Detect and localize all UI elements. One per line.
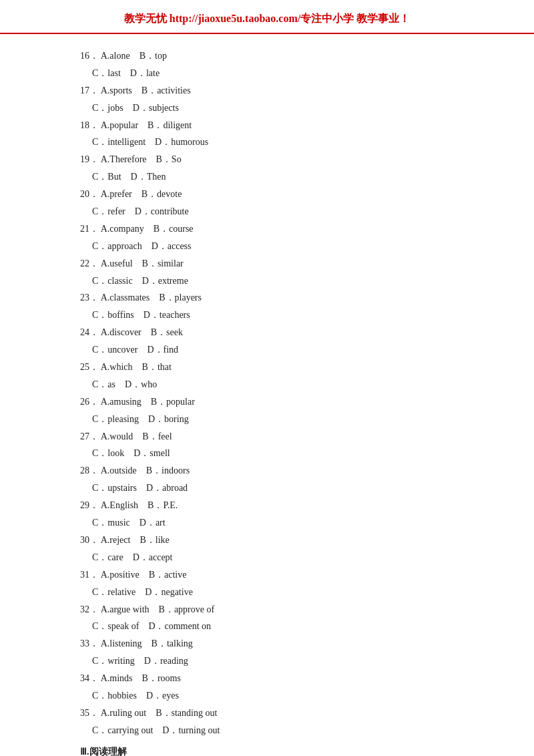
question-number: 26． xyxy=(80,397,101,407)
question-options: A.positive B．active xyxy=(101,570,187,580)
question-options: C．music D．art xyxy=(92,518,166,528)
question-options: A.useful B．similar xyxy=(101,258,184,268)
question-line: 32． A.argue with B．approve of xyxy=(80,601,454,618)
question-line: 23． A.classmates B．players xyxy=(80,289,454,307)
question-line: 31． A.positive B．active xyxy=(80,566,454,584)
question-number: 27． xyxy=(80,431,101,441)
question-line: 24． A.discover B．seek xyxy=(80,324,454,341)
question-options: A.ruling out B．standing out xyxy=(101,708,218,718)
question-line: C．care D．accept xyxy=(80,549,454,566)
question-line: 26． A.amusing B．popular xyxy=(80,393,454,411)
header: 教学无忧 http://jiaoxue5u.taobao.com/专注中小学 教… xyxy=(0,0,534,34)
question-options: C．approach D．access xyxy=(92,241,192,251)
question-options: C．classic D．extreme xyxy=(92,276,188,286)
question-line: C．as D．who xyxy=(80,376,454,393)
question-number: 17． xyxy=(80,85,101,96)
question-number: 22． xyxy=(80,258,101,268)
question-line: C．pleasing D．boring xyxy=(80,411,454,428)
question-options: A.which B．that xyxy=(101,362,172,372)
section-title: Ⅲ.阅读理解 xyxy=(80,743,454,756)
question-options: C．boffins D．teachers xyxy=(92,310,190,320)
question-line: C．refer D．contribute xyxy=(80,203,454,220)
question-line: C．last D．late xyxy=(80,65,454,82)
question-line: 20． A.prefer B．devote xyxy=(80,186,454,203)
question-line: C．intelligent D．humorous xyxy=(80,134,454,151)
question-options: A.classmates B．players xyxy=(101,293,202,303)
question-number: 19． xyxy=(80,154,101,164)
question-line: 34． A.minds B．rooms xyxy=(80,670,454,687)
question-options: C．carrying out D．turning out xyxy=(92,725,220,735)
question-line: 35． A.ruling out B．standing out xyxy=(80,705,454,722)
question-number: 24． xyxy=(80,327,101,337)
question-number: 33． xyxy=(80,638,101,648)
question-options: C．jobs D．subjects xyxy=(92,103,179,113)
question-number: 23． xyxy=(80,293,101,303)
question-line: 16． A.alone B．top xyxy=(80,47,454,65)
question-options: C．upstairs D．abroad xyxy=(92,483,188,493)
question-options: A.alone B．top xyxy=(101,51,167,61)
question-number: 30． xyxy=(80,535,101,545)
question-line: C．speak of D．comment on xyxy=(80,618,454,635)
question-line: 17． A.sports B．activities xyxy=(80,82,454,100)
question-line: C．music D．art xyxy=(80,514,454,532)
question-options: A.minds B．rooms xyxy=(101,673,181,683)
question-options: C．But D．Then xyxy=(92,172,166,182)
question-options: A.company B．course xyxy=(101,224,194,234)
question-options: C．hobbies D．eyes xyxy=(92,691,179,701)
question-line: C．hobbies D．eyes xyxy=(80,687,454,705)
question-options: C．refer D．contribute xyxy=(92,206,189,216)
question-number: 31． xyxy=(80,570,101,580)
question-line: 25． A.which B．that xyxy=(80,359,454,376)
question-number: 20． xyxy=(80,189,101,199)
question-options: A.sports B．activities xyxy=(101,85,191,96)
question-options: C．speak of D．comment on xyxy=(92,621,211,631)
content: 16． A.alone B．topC．last D．late17． A.spor… xyxy=(0,41,534,756)
question-line: 27． A.would B．feel xyxy=(80,428,454,445)
question-options: A.popular B．diligent xyxy=(101,120,192,130)
question-options: C．pleasing D．boring xyxy=(92,414,189,424)
question-options: C．relative D．negative xyxy=(92,587,193,597)
question-line: C．relative D．negative xyxy=(80,584,454,601)
question-line: 30． A.reject B．like xyxy=(80,532,454,549)
question-line: 29． A.English B．P.E. xyxy=(80,497,454,514)
question-options: A.outside B．indoors xyxy=(101,465,190,476)
question-options: A.argue with B．approve of xyxy=(101,604,214,614)
question-number: 21． xyxy=(80,224,101,234)
question-line: C．boffins D．teachers xyxy=(80,307,454,324)
question-number: 18． xyxy=(80,120,101,130)
question-line: 18． A.popular B．diligent xyxy=(80,117,454,134)
question-number: 28． xyxy=(80,465,101,476)
question-line: C．jobs D．subjects xyxy=(80,100,454,117)
question-line: C．upstairs D．abroad xyxy=(80,480,454,497)
question-line: C．But D．Then xyxy=(80,168,454,186)
question-number: 35． xyxy=(80,708,101,718)
question-line: C．look D．smell xyxy=(80,445,454,462)
question-options: A.listening B．talking xyxy=(101,638,193,648)
question-line: C．uncover D．find xyxy=(80,341,454,359)
question-options: C．look D．smell xyxy=(92,448,170,458)
question-options: A.Therefore B．So xyxy=(101,154,182,164)
question-number: 25． xyxy=(80,362,101,372)
question-line: 28． A.outside B．indoors xyxy=(80,462,454,480)
question-line: C．approach D．access xyxy=(80,238,454,255)
question-options: A.discover B．seek xyxy=(101,327,183,337)
question-options: C．intelligent D．humorous xyxy=(92,137,208,147)
question-number: 32． xyxy=(80,604,101,614)
question-options: C．uncover D．find xyxy=(92,345,178,355)
question-number: 29． xyxy=(80,500,101,510)
question-number: 16． xyxy=(80,51,101,61)
question-options: A.would B．feel xyxy=(101,431,172,441)
question-line: 21． A.company B．course xyxy=(80,220,454,238)
question-options: C．writing D．reading xyxy=(92,656,188,666)
question-options: A.prefer B．devote xyxy=(101,189,182,199)
question-number: 34． xyxy=(80,673,101,683)
question-line: 19． A.Therefore B．So xyxy=(80,151,454,168)
question-options: A.amusing B．popular xyxy=(101,397,195,407)
question-options: C．as D．who xyxy=(92,379,157,389)
question-line: C．carrying out D．turning out xyxy=(80,722,454,739)
question-options: A.English B．P.E. xyxy=(101,500,178,510)
questions-container: 16． A.alone B．topC．last D．late17． A.spor… xyxy=(80,47,454,739)
question-line: C．classic D．extreme xyxy=(80,272,454,290)
question-line: 22． A.useful B．similar xyxy=(80,255,454,272)
question-options: C．care D．accept xyxy=(92,552,173,562)
